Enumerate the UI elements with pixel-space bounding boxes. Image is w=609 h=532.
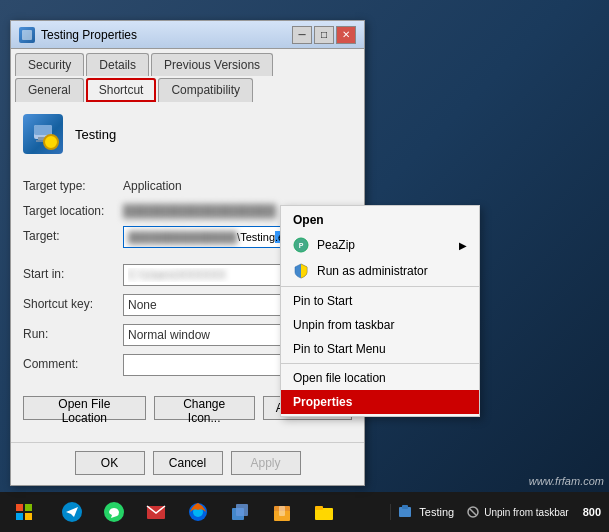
target-type-label: Target type:	[23, 176, 123, 193]
taskbar: Testing Unpin from taskbar 800	[0, 492, 609, 532]
svg-rect-24	[402, 505, 408, 509]
menu-peazip-label: PeaZip	[317, 238, 355, 252]
menu-item-run-admin[interactable]: Run as administrator	[281, 258, 479, 284]
desktop: Testing Properties ─ □ ✕ Security Detail…	[0, 0, 609, 532]
tab-previous-versions[interactable]: Previous Versions	[151, 53, 273, 76]
open-file-location-button[interactable]: Open File Location	[23, 396, 146, 420]
app-icon	[23, 114, 63, 154]
tab-compatibility[interactable]: Compatibility	[158, 78, 253, 102]
taskbar-3d[interactable]	[220, 492, 260, 532]
target-location-label: Target location:	[23, 201, 123, 218]
tabs-row-2: General Shortcut Compatibility	[15, 78, 360, 102]
dialog-footer: OK Cancel Apply	[11, 442, 364, 485]
taskbar-box[interactable]	[262, 492, 302, 532]
svg-rect-20	[279, 506, 285, 516]
unpin-icon	[466, 505, 480, 519]
menu-pin-start-label: Pin to Start	[293, 294, 352, 308]
svg-text:P: P	[299, 242, 304, 249]
dialog-controls: ─ □ ✕	[292, 26, 356, 44]
dialog-title-text: Testing Properties	[41, 28, 137, 42]
taskbar-whatsapp[interactable]	[94, 492, 134, 532]
tab-details[interactable]: Details	[86, 53, 149, 76]
menu-peazip-arrow: ▶	[459, 240, 467, 251]
tab-general[interactable]: General	[15, 78, 84, 102]
target-location-value: ██████████████████	[123, 201, 276, 218]
taskbar-notification: Testing	[390, 504, 460, 520]
taskbar-firefox[interactable]	[178, 492, 218, 532]
menu-item-peazip[interactable]: P PeaZip ▶	[281, 232, 479, 258]
minimize-button[interactable]: ─	[292, 26, 312, 44]
svg-rect-2	[34, 125, 52, 135]
run-label: Run:	[23, 324, 123, 341]
cancel-button[interactable]: Cancel	[153, 451, 223, 475]
tabs-container: Security Details Previous Versions Gener…	[11, 49, 364, 102]
comment-label: Comment:	[23, 354, 123, 371]
taskbar-icons	[48, 492, 390, 532]
dialog-titlebar: Testing Properties ─ □ ✕	[11, 21, 364, 49]
menu-unpin-taskbar-label: Unpin from taskbar	[293, 318, 394, 332]
svg-rect-3	[38, 137, 48, 140]
menu-item-pin-start[interactable]: Pin to Start	[281, 289, 479, 313]
svg-rect-8	[25, 504, 32, 511]
svg-line-26	[470, 509, 476, 515]
tray-time: 800	[583, 506, 601, 518]
menu-open-label: Open	[293, 213, 324, 227]
svg-rect-0	[22, 30, 32, 40]
svg-rect-17	[236, 504, 248, 516]
dialog-title: Testing Properties	[19, 27, 137, 43]
tab-shortcut[interactable]: Shortcut	[86, 78, 157, 102]
menu-separator-2	[281, 363, 479, 364]
taskbar-telegram[interactable]	[52, 492, 92, 532]
ok-button[interactable]: OK	[75, 451, 145, 475]
notification-icon	[397, 504, 413, 520]
svg-rect-4	[36, 140, 50, 142]
svg-rect-10	[25, 513, 32, 520]
taskbar-app-label: Testing	[419, 506, 454, 518]
unpin-label: Unpin from taskbar	[484, 507, 568, 518]
app-name: Testing	[75, 127, 116, 142]
change-icon-button[interactable]: Change Icon...	[154, 396, 255, 420]
menu-item-pin-start-menu[interactable]: Pin to Start Menu	[281, 337, 479, 361]
target-label: Target:	[23, 226, 123, 243]
watermark: www.frfam.com	[529, 475, 604, 487]
menu-properties-label: Properties	[293, 395, 352, 409]
apply-button[interactable]: Apply	[231, 451, 301, 475]
svg-rect-22	[315, 506, 323, 510]
svg-rect-9	[16, 513, 23, 520]
peazip-icon: P	[293, 237, 309, 253]
taskbar-tray: 800	[575, 506, 609, 518]
start-button[interactable]	[0, 492, 48, 532]
svg-rect-7	[16, 504, 23, 511]
app-header: Testing	[23, 114, 352, 164]
menu-item-properties[interactable]: Properties	[281, 390, 479, 414]
tab-security[interactable]: Security	[15, 53, 84, 76]
tabs-row-1: Security Details Previous Versions	[15, 53, 360, 76]
close-button[interactable]: ✕	[336, 26, 356, 44]
menu-item-open[interactable]: Open	[281, 208, 479, 232]
menu-separator-1	[281, 286, 479, 287]
menu-open-file-location-label: Open file location	[293, 371, 386, 385]
context-menu: Open P PeaZip ▶ Run as administrator	[280, 205, 480, 417]
start-in-label: Start in:	[23, 264, 123, 281]
unpin-taskbar-button[interactable]: Unpin from taskbar	[460, 505, 574, 519]
target-type-row: Target type: Application	[23, 176, 352, 193]
menu-item-unpin-taskbar[interactable]: Unpin from taskbar	[281, 313, 479, 337]
app-title-icon	[19, 27, 35, 43]
maximize-button[interactable]: □	[314, 26, 334, 44]
menu-pin-start-menu-label: Pin to Start Menu	[293, 342, 386, 356]
menu-item-open-file-location[interactable]: Open file location	[281, 366, 479, 390]
shortcut-key-label: Shortcut key:	[23, 294, 123, 311]
menu-run-admin-label: Run as administrator	[317, 264, 428, 278]
target-type-value: Application	[123, 176, 182, 193]
taskbar-folder[interactable]	[304, 492, 344, 532]
taskbar-mail[interactable]	[136, 492, 176, 532]
shield-icon	[293, 263, 309, 279]
